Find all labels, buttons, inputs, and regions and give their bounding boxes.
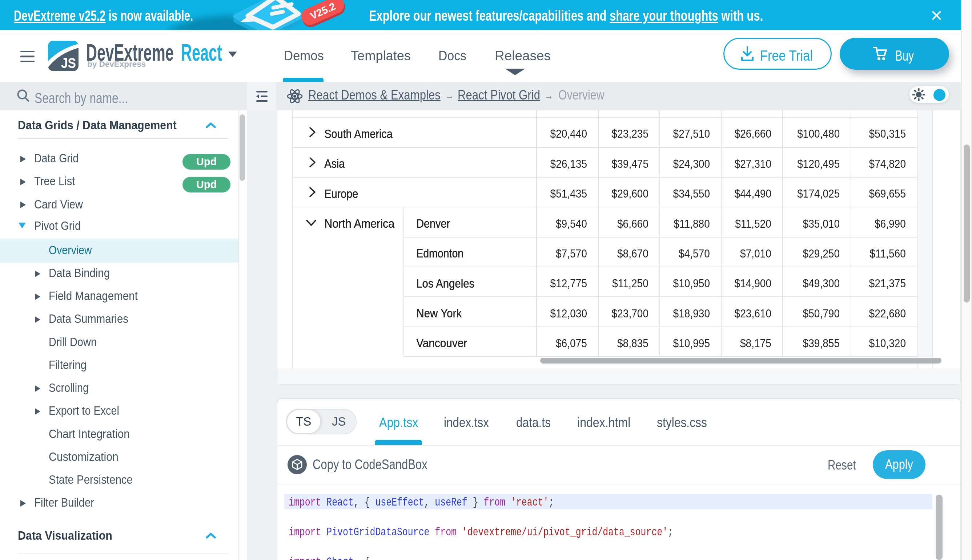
svg-text:JS: JS [61,55,76,71]
